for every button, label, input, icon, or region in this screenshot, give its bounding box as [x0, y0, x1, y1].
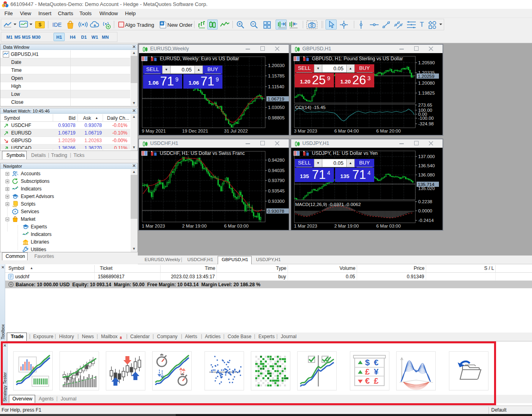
svg-text:0.2238: 0.2238 [418, 199, 432, 204]
svg-text:6 Mar 03:00: 6 Mar 03:00 [224, 224, 248, 228]
svg-text:6 Mar 03:00: 6 Mar 03:00 [376, 224, 401, 228]
svg-text:273.65: 273.65 [418, 103, 432, 107]
svg-text:-100.00: -100.00 [418, 116, 434, 121]
svg-text:0.94035: 0.94035 [268, 168, 285, 173]
svg-text:1.20590: 1.20590 [418, 60, 435, 65]
svg-text:1.11540: 1.11540 [268, 84, 284, 89]
svg-text:0.0000: 0.0000 [418, 208, 432, 213]
svg-text:1 Mar 2023: 1 Mar 2023 [142, 224, 165, 228]
svg-text:0.93545: 0.93545 [268, 188, 285, 193]
svg-text:1.20080: 1.20080 [418, 81, 435, 85]
svg-text:1.06719: 1.06719 [268, 97, 284, 101]
svg-text:1.20259: 1.20259 [418, 74, 435, 79]
svg-text:1.20030: 1.20030 [268, 63, 285, 68]
svg-text:5: 5 [4, 4, 6, 6]
svg-text:2 Mar 19:00: 2 Mar 19:00 [182, 224, 206, 228]
svg-text:MACD(12,26,9) -0.0371 -0.0062: MACD(12,26,9) -0.0371 -0.0062 [295, 202, 361, 207]
svg-text:1.03050: 1.03050 [268, 105, 285, 110]
svg-text:2 Mar 19:00: 2 Mar 19:00 [334, 224, 359, 228]
svg-text:136.540: 136.540 [418, 163, 435, 168]
svg-text:-324.98: -324.98 [418, 121, 434, 126]
svg-text:137.000: 137.000 [418, 154, 435, 159]
svg-text:0.94280: 0.94280 [268, 158, 285, 162]
svg-text:0.93078: 0.93078 [268, 209, 284, 214]
svg-text:1 Mar 2023: 1 Mar 2023 [294, 224, 317, 228]
svg-text:1.19825: 1.19825 [418, 91, 435, 95]
svg-text:3 Mar 2023: 3 Mar 2023 [294, 129, 317, 133]
svg-text:0.93790: 0.93790 [268, 178, 285, 183]
svg-text:31 Jul 2022: 31 Jul 2022 [224, 129, 248, 133]
svg-text:9 May 2021: 9 May 2021 [142, 129, 166, 133]
svg-text:1.15785: 1.15785 [268, 73, 285, 78]
svg-text:0.98805: 0.98805 [268, 115, 285, 120]
svg-text:6 Mar 04:00: 6 Mar 04:00 [334, 129, 359, 133]
svg-text:0.93300: 0.93300 [268, 199, 285, 204]
svg-text:6 Mar 20:00: 6 Mar 20:00 [376, 129, 401, 133]
svg-text:CCI(14) -15.45: CCI(14) -15.45 [295, 105, 326, 110]
svg-text:135.714: 135.714 [418, 182, 435, 187]
svg-text:19 Dec 2021: 19 Dec 2021 [182, 129, 208, 133]
svg-text:-0.2414: -0.2414 [418, 218, 434, 223]
svg-text:136.080: 136.080 [418, 172, 435, 177]
